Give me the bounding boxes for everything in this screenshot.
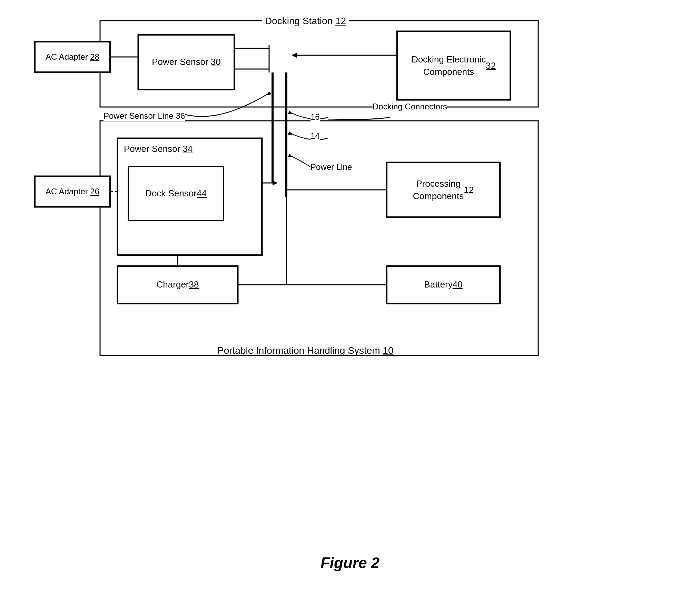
svg-marker-26	[288, 131, 292, 135]
ac-adapter-26: AC Adapter 26	[34, 176, 110, 207]
svg-marker-24	[267, 91, 272, 95]
figure-caption: Figure 2	[321, 554, 379, 572]
docking-electronic-components-32: Docking ElectronicComponents 32	[397, 31, 511, 100]
connections-svg	[28, 14, 669, 497]
svg-marker-30	[273, 181, 278, 185]
power-line-label: Power Line	[310, 162, 352, 172]
svg-marker-23	[292, 53, 297, 58]
docking-connectors-label: Docking Connectors	[373, 102, 447, 111]
charger-38: Charger 38	[117, 266, 238, 304]
dock-sensor-44: Dock Sensor44	[128, 166, 224, 221]
svg-marker-25	[288, 110, 292, 114]
pihs-label: Portable Information Handling System 10	[217, 345, 394, 356]
battery-40: Battery 40	[386, 266, 500, 304]
power-sensor-line-label: Power Sensor Line 36	[103, 111, 185, 121]
ref-14-label: 14	[310, 131, 320, 141]
ref-16-label: 16	[310, 112, 320, 122]
processing-components-12: ProcessingComponents 12	[386, 162, 500, 217]
diagram-container: Docking Station 12 AC Adapter 28 Power S…	[28, 14, 669, 497]
ac-adapter-28: AC Adapter 28	[34, 41, 110, 72]
power-sensor-30: Power Sensor 30	[138, 35, 235, 90]
docking-station-label: Docking Station 12	[262, 16, 349, 27]
svg-marker-27	[288, 154, 292, 157]
